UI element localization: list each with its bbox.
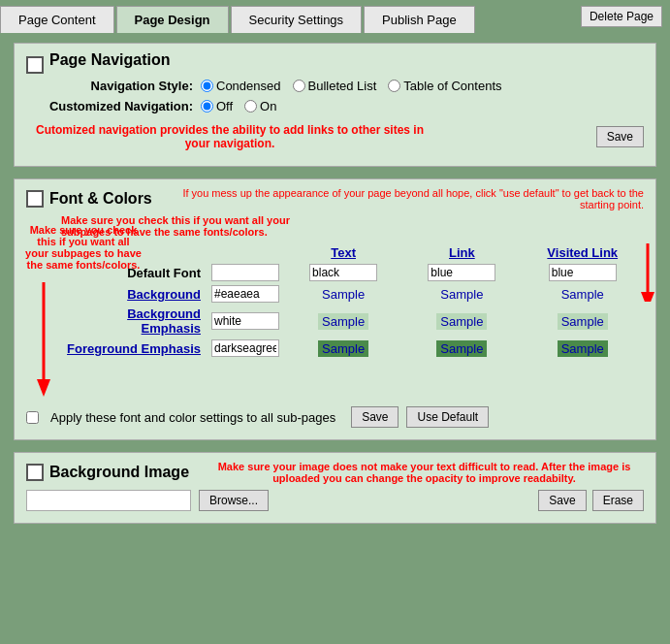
apply-subpages-checkbox[interactable] [26,411,39,424]
bg-visited-sample: Sample [561,287,604,302]
erase-button[interactable]: Erase [592,490,644,511]
bg-section-title: Background Image [49,464,189,481]
nav-condensed-option[interactable]: Condensed [201,79,281,93]
row-background-label[interactable]: Background [61,283,207,305]
custom-nav-off-label: Off [216,99,233,113]
bg-emphasis-input[interactable] [211,312,279,330]
customized-nav-options: Off On [201,99,276,113]
color-table-wrapper: Make sure you check this if you want all… [61,214,644,399]
bg-emph-visited-sample: Sample [558,313,608,330]
bg-save-button[interactable]: Save [538,490,586,511]
tab-security-settings[interactable]: Security Settings [231,6,363,33]
nav-save-button[interactable]: Save [596,126,644,147]
fg-emphasis-input[interactable] [211,339,279,357]
table-row: Foreground Emphasis Sample Sample Sample [61,338,644,359]
custom-nav-off-radio[interactable] [201,100,213,113]
svg-marker-1 [37,379,50,397]
bg-text-sample: Sample [322,287,365,302]
section-title-row-nav: Page Navigation [26,51,644,79]
nav-toc-radio[interactable] [388,80,400,92]
font-section-icon [26,190,44,208]
file-input-display [26,490,191,511]
bg-image-note: Make sure your image does not make your … [205,461,644,484]
right-arrow-svg [638,243,657,302]
customized-nav-label: Customized Navigation: [26,99,201,113]
delete-page-button[interactable]: Delete Page [581,6,662,27]
nav-bulleted-radio[interactable] [293,80,305,92]
nav-style-label: Navigation Style: [26,79,201,93]
nav-condensed-radio[interactable] [201,80,213,92]
table-row: Background Emphasis Sample Sample Sample [61,305,644,338]
tab-publish-page[interactable]: Publish Page [364,6,475,33]
col-header-visited: Visited Link [547,245,618,260]
default-font-visited-input[interactable] [549,264,617,281]
svg-marker-3 [641,292,654,302]
nav-style-options: Condensed Bulleted List Table of Content… [201,79,502,93]
table-row: Background Sample Sample Sample [61,283,644,305]
fg-emph-visited-sample: Sample [558,340,608,357]
nav-section-title: Page Navigation [49,51,170,69]
customized-nav-note: Cutomized navigation provides the abilit… [26,123,433,150]
table-row: Default Font [61,262,644,283]
row-bg-emphasis-label[interactable]: Background Emphasis [61,305,207,338]
nav-toc-option[interactable]: Table of Contents [388,79,501,93]
color-table: Text Link Visited Link [61,243,644,359]
font-colors-section: Font & Colors If you mess up the appeara… [14,178,656,440]
nav-style-row: Navigation Style: Condensed Bulleted Lis… [26,79,644,93]
bg-image-row: Browse... Save Erase [26,490,644,511]
nav-bulleted-option[interactable]: Bulleted List [293,79,377,93]
font-right-note: If you mess up the appearance of your pa… [168,187,644,210]
default-font-text-input[interactable] [309,264,377,281]
bg-emph-link-sample: Sample [436,313,487,330]
left-arrow-svg [34,282,53,399]
apply-subpages-label: Apply these font and color settings to a… [50,410,335,425]
custom-nav-on-label: On [260,99,276,113]
custom-nav-on-option[interactable]: On [244,99,276,113]
page-navigation-section: Page Navigation Navigation Style: Conden… [14,43,656,167]
font-bottom-row: Apply these font and color settings to a… [26,406,644,428]
nav-toc-label: Table of Contents [403,79,501,93]
tab-bar: Page Content Page Design Security Settin… [0,0,670,33]
background-image-section: Background Image Make sure your image do… [14,452,656,524]
left-arrow-area: Make sure you check this if you want all… [26,214,61,399]
font-left-note: Make sure you check this if you want all… [25,224,142,271]
fg-emph-text-sample: Sample [318,340,368,357]
fg-emph-link-sample: Sample [436,340,487,357]
col-header-text: Text [331,245,356,260]
default-font-input[interactable] [211,264,279,281]
main-content: Page Navigation Navigation Style: Conden… [0,33,670,545]
custom-nav-on-radio[interactable] [244,100,257,113]
nav-condensed-label: Condensed [216,79,281,93]
customized-nav-row: Customized Navigation: Off On [26,99,644,113]
font-section-title: Font & Colors [49,190,152,208]
default-font-link-input[interactable] [428,264,495,281]
tab-page-content[interactable]: Page Content [0,6,114,33]
font-save-button[interactable]: Save [351,406,399,428]
bg-action-buttons: Save Erase [538,490,644,511]
nav-section-icon [26,56,44,74]
background-input[interactable] [211,285,279,303]
custom-nav-off-option[interactable]: Off [201,99,233,113]
bg-emph-text-sample: Sample [318,313,368,330]
bg-link-sample: Sample [440,287,483,302]
browse-button[interactable]: Browse... [199,490,269,511]
row-fg-emphasis-label[interactable]: Foreground Emphasis [61,338,207,359]
bg-section-icon [26,464,44,481]
use-default-button[interactable]: Use Default [406,406,489,428]
col-header-link: Link [449,245,475,260]
nav-bulleted-label: Bulleted List [308,79,377,93]
tab-page-design[interactable]: Page Design [116,6,229,33]
